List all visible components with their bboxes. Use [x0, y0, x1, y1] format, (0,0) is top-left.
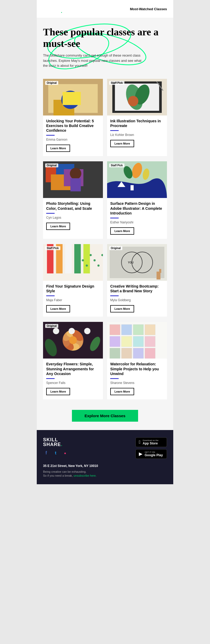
class-badge: Staff Pick: [109, 81, 124, 85]
class-badge: Original: [45, 81, 58, 85]
class-author: Liz Kohler Brown: [110, 133, 164, 137]
footer-apps:  Download on the App Store ▶ GET IT ON …: [135, 437, 167, 459]
footer-logo-skill: SKILL: [43, 437, 68, 442]
class-card: OriginalEveryday Flowers: Simple, Stunni…: [43, 322, 103, 399]
footer: SKILL SHARE. f t ●  Download on the App: [37, 430, 173, 484]
class-image-wrap: Staff Pick: [43, 244, 103, 281]
hero-description: The Skillshare community can't get enoug…: [43, 53, 143, 68]
class-body: Everyday Flowers: Simple, Stunning Arran…: [43, 359, 103, 399]
hero-title: These popular classes are a must-see: [43, 26, 167, 49]
footer-logo-dot: .: [61, 442, 62, 447]
learn-more-button[interactable]: Learn More: [46, 145, 70, 152]
footer-left: SKILL SHARE. f t ●: [43, 437, 68, 456]
class-divider: [46, 295, 55, 296]
app-store-large: App Store: [143, 442, 159, 445]
class-card: OriginalPhoto Storytelling: Using Color,…: [43, 161, 103, 239]
classes-grid: OriginalUnlocking Your Potential: 5 Exer…: [43, 79, 167, 399]
google-play-large: Google Play: [145, 453, 163, 457]
google-play-icon: ▶: [139, 451, 143, 457]
learn-more-button[interactable]: Learn More: [46, 223, 70, 230]
class-badge: Staff Pick: [109, 163, 124, 167]
class-divider: [110, 130, 119, 131]
logo-share: SHARE.: [43, 9, 62, 14]
apple-icon: : [139, 439, 141, 445]
footer-logo: SKILL SHARE.: [43, 437, 68, 447]
class-card: Staff PickInk Illustration Techniques in…: [107, 79, 167, 156]
class-image-wrap: Original: [43, 79, 103, 115]
class-badge: Staff Pick: [45, 246, 60, 250]
class-image-wrap: Original: [43, 161, 103, 198]
class-title: Ink Illustration Techniques in Procreate: [110, 119, 164, 128]
footer-address: 35 E 21st Street, New York, NY 10010: [43, 464, 167, 468]
class-body: Find Your Signature Design StyleMaja Fab…: [43, 281, 103, 317]
class-body: Photo Storytelling: Using Color, Contras…: [43, 198, 103, 239]
class-title: Unlocking Your Potential: 5 Exercises to…: [46, 119, 100, 133]
footer-social: f t ●: [43, 450, 68, 456]
class-body: Creative Writing Bootcamp: Start a Brand…: [107, 281, 167, 317]
learn-more-button[interactable]: Learn More: [110, 227, 134, 235]
google-play-small: GET IT ON: [145, 451, 163, 453]
class-card: Staff PickSurface Pattern Design in Adob…: [107, 161, 167, 239]
class-body: Watercolor for Relaxation: Simple Projec…: [107, 359, 167, 399]
class-title: Everyday Flowers: Simple, Stunning Arran…: [46, 362, 100, 376]
class-author: Maja Faber: [46, 298, 100, 302]
class-title: Surface Pattern Design in Adobe Illustra…: [110, 201, 164, 216]
class-badge: Original: [109, 246, 122, 250]
google-play-text: GET IT ON Google Play: [145, 451, 163, 457]
class-author: Myla Goldberg: [110, 298, 164, 302]
learn-more-button[interactable]: Learn More: [110, 388, 134, 395]
class-divider: [110, 295, 119, 296]
class-body: Surface Pattern Design in Adobe Illustra…: [107, 198, 167, 239]
app-store-small: Download on the: [143, 439, 159, 442]
learn-more-button[interactable]: Learn More: [46, 388, 70, 395]
unsubscribe-link[interactable]: unsubscribe here.: [74, 474, 96, 477]
email-header: SKILL SHARE. Most-Watched Classes: [37, 0, 173, 18]
class-image-wrap: Original: [107, 244, 167, 281]
class-badge: Original: [45, 324, 58, 328]
class-author: Cyn Lagos: [46, 216, 100, 219]
class-title: Find Your Signature Design Style: [46, 284, 100, 293]
class-title: Photo Storytelling: Using Color, Contras…: [46, 201, 100, 211]
class-body: Ink Illustration Techniques in Procreate…: [107, 115, 167, 156]
learn-more-button[interactable]: Learn More: [110, 305, 134, 312]
class-divider: [46, 378, 55, 379]
class-author: Emma Gannon: [46, 138, 100, 141]
class-title: Watercolor for Relaxation: Simple Projec…: [110, 362, 164, 376]
logo-dot: .: [61, 9, 62, 14]
explore-more-button[interactable]: Explore More Classes: [72, 410, 138, 422]
class-card: Watercolor for Relaxation: Simple Projec…: [107, 322, 167, 399]
class-author: Sharone Stevens: [110, 381, 164, 385]
class-divider: [46, 135, 55, 136]
address-text: 35 E 21st Street, New York, NY 10010: [43, 464, 98, 468]
class-author: Spencer Falls: [46, 381, 100, 385]
twitter-icon[interactable]: t: [52, 450, 59, 456]
learn-more-button[interactable]: Learn More: [46, 305, 70, 312]
class-divider: [46, 213, 55, 214]
facebook-icon[interactable]: f: [43, 450, 49, 456]
class-card: Staff PickFind Your Signature Design Sty…: [43, 244, 103, 317]
class-card: OriginalUnlocking Your Potential: 5 Exer…: [43, 79, 103, 156]
class-divider: [110, 378, 119, 379]
learn-more-button[interactable]: Learn More: [110, 140, 134, 147]
most-watched-link[interactable]: Most-Watched Classes: [130, 7, 167, 11]
footer-note-line1: Being creative can be exhausting.: [43, 470, 86, 473]
classes-section: OriginalUnlocking Your Potential: 5 Exer…: [37, 75, 173, 408]
class-card: OriginalCreative Writing Bootcamp: Start…: [107, 244, 167, 317]
class-image-wrap: Staff Pick: [107, 79, 167, 115]
class-image-wrap: Original: [43, 322, 103, 359]
cta-section: Explore More Classes: [37, 408, 173, 430]
hero-section: These popular classes are a must-see The…: [37, 18, 173, 75]
footer-note: Being creative can be exhausting. So if …: [43, 470, 167, 478]
class-image: [107, 322, 167, 359]
class-image-wrap: [107, 322, 167, 359]
class-image-wrap: Staff Pick: [107, 161, 167, 198]
app-store-badge[interactable]:  Download on the App Store: [135, 437, 167, 447]
app-store-text: Download on the App Store: [143, 439, 159, 445]
google-play-badge[interactable]: ▶ GET IT ON Google Play: [135, 449, 167, 459]
class-title: Creative Writing Bootcamp: Start a Brand…: [110, 284, 164, 293]
class-badge: Original: [45, 163, 58, 167]
logo-skill: SKILL: [43, 4, 62, 9]
class-author: Esther Nariyoshi: [110, 221, 164, 224]
footer-top: SKILL SHARE. f t ●  Download on the App: [43, 437, 167, 459]
instagram-icon[interactable]: ●: [62, 450, 68, 456]
